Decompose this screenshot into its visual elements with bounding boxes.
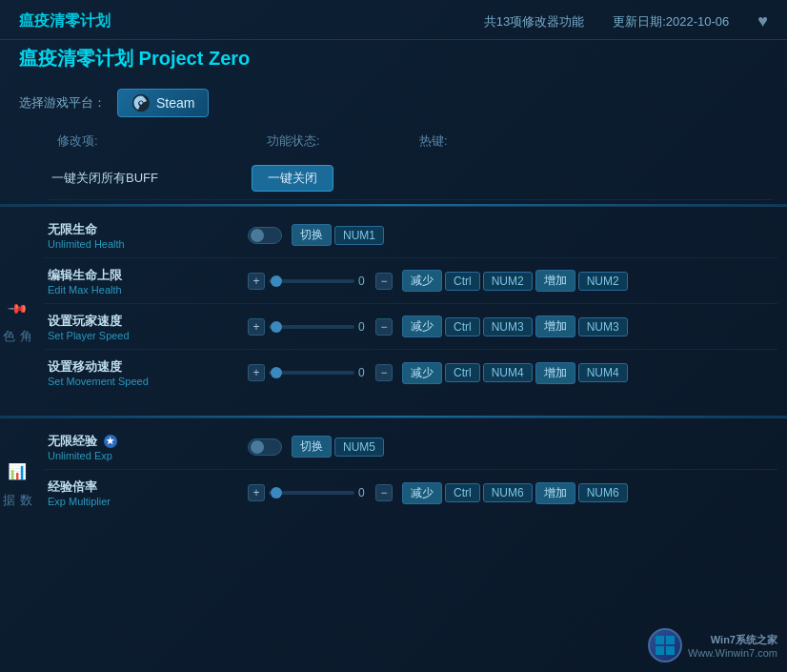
- section-character-content: 无限生命 Unlimited Health 切换 NUM1 编辑生命上限: [34, 207, 787, 401]
- hotkey-decrease-ms[interactable]: 减少: [402, 362, 442, 384]
- hotkey-group-unlimited-health: 切换 NUM1: [292, 224, 384, 246]
- feature-control-edit-max-health: + 0 − 减少 Ctrl NUM2 增加 NUM2: [248, 270, 774, 292]
- feature-control-movement-speed: + 0 − 减少 Ctrl NUM4 增加 NUM4: [248, 362, 774, 384]
- section-pin-character: 📌 角色: [0, 207, 34, 416]
- feature-name-player-speed: 设置玩家速度 Set Player Speed: [48, 313, 248, 341]
- slider-minus-btn-em[interactable]: −: [375, 484, 393, 501]
- platform-section: 选择游戏平台： Steam: [0, 81, 787, 129]
- svg-rect-4: [666, 636, 675, 644]
- slider-group-player-speed: + 0 −: [248, 318, 393, 336]
- feature-row-exp-multiplier: 经验倍率 Exp Multiplier + 0 − 减少 Ctrl: [44, 470, 777, 516]
- steam-button[interactable]: Steam: [117, 89, 209, 117]
- hotkey-ctrl-em[interactable]: Ctrl: [445, 483, 480, 502]
- feature-row-unlimited-exp: 无限经验 ★ Unlimited Exp 切换 NUM5: [44, 424, 777, 470]
- hotkey-ctrl-ms[interactable]: Ctrl: [445, 363, 480, 382]
- col-hotkey: 热键:: [419, 132, 768, 150]
- features-count: 共13项修改器功能: [484, 13, 584, 31]
- section-data: 📊 数据 无限经验 ★ Unlimited Exp 切: [0, 417, 787, 532]
- slider-plus-btn-em[interactable]: +: [248, 484, 265, 501]
- hotkey-num6-inc[interactable]: NUM6: [578, 483, 628, 502]
- slider-minus-btn[interactable]: −: [375, 273, 393, 290]
- toggle-unlimited-exp[interactable]: [248, 438, 282, 456]
- sub-header: 瘟疫清零计划 Project Zero: [0, 40, 787, 81]
- header: 瘟疫清零计划 共13项修改器功能 更新日期:2022-10-06 ♥: [0, 0, 787, 40]
- win-logo-icon: [654, 634, 676, 657]
- feature-name-edit-max-health: 编辑生命上限 Edit Max Health: [48, 267, 248, 295]
- svg-point-2: [139, 101, 142, 104]
- slider-minus-btn-ps[interactable]: −: [375, 318, 393, 336]
- slider-thumb: [271, 275, 282, 287]
- hotkey-num1-btn[interactable]: NUM1: [334, 226, 384, 245]
- watermark: Win7系统之家 Www.Winwin7.com: [648, 628, 777, 662]
- hotkey-increase-ps[interactable]: 增加: [535, 316, 575, 337]
- hotkey-ctrl-btn[interactable]: Ctrl: [445, 272, 480, 291]
- feature-row-movement-speed: 设置移动速度 Set Movement Speed + 0 − 减少 Ctr: [44, 350, 777, 396]
- slider-minus-btn-ms[interactable]: −: [375, 364, 393, 381]
- col-modify: 修改项:: [57, 132, 267, 150]
- slider-plus-btn-ps[interactable]: +: [248, 318, 265, 336]
- slider-thumb-em: [271, 487, 282, 499]
- toggle-knob: [251, 229, 264, 242]
- hotkey-num2-inc-btn[interactable]: NUM2: [578, 272, 628, 291]
- hotkey-num3-dec[interactable]: NUM3: [483, 317, 533, 336]
- hotkey-num3-inc[interactable]: NUM3: [578, 317, 628, 336]
- bar-chart-icon: 📊: [8, 462, 27, 480]
- slider-group-exp-multiplier: + 0 −: [248, 484, 393, 501]
- hotkey-num6-dec[interactable]: NUM6: [483, 483, 533, 502]
- slider-value-ps: 0: [358, 320, 372, 334]
- feature-control-unlimited-exp: 切换 NUM5: [248, 436, 774, 458]
- section-label-character: 角色: [0, 319, 34, 323]
- steam-logo-icon: [131, 93, 151, 112]
- toggle-unlimited-health[interactable]: [248, 227, 282, 244]
- hotkey-increase-ms[interactable]: 增加: [535, 362, 575, 384]
- hotkey-increase-em[interactable]: 增加: [535, 482, 575, 504]
- feature-name-unlimited-health: 无限生命 Unlimited Health: [48, 221, 248, 250]
- hotkey-group-player-speed: 减少 Ctrl NUM3 增加 NUM3: [402, 316, 628, 337]
- section-data-content: 无限经验 ★ Unlimited Exp 切换 NUM5: [34, 418, 787, 521]
- hotkey-decrease-em[interactable]: 减少: [402, 482, 442, 504]
- hotkey-toggle-btn[interactable]: 切换: [292, 224, 332, 246]
- toggle-knob-exp: [251, 440, 264, 454]
- platform-label: 选择游戏平台：: [19, 94, 106, 112]
- one-close-button[interactable]: 一键关闭: [252, 165, 333, 192]
- one-close-section: 一键关闭所有BUFF 一键关闭: [34, 153, 787, 204]
- slider-plus-btn-ms[interactable]: +: [248, 364, 265, 381]
- main-container: 瘟疫清零计划 共13项修改器功能 更新日期:2022-10-06 ♥ 瘟疫清零计…: [0, 0, 787, 672]
- feature-control-player-speed: + 0 − 减少 Ctrl NUM3 增加 NUM3: [248, 316, 774, 337]
- watermark-url: Www.Winwin7.com: [688, 647, 777, 659]
- section-character: 📌 角色 无限生命 Unlimited Health 切换 NUM1: [0, 206, 787, 416]
- hotkey-increase-btn[interactable]: 增加: [535, 270, 575, 292]
- slider-track-ms[interactable]: [269, 371, 354, 375]
- update-date: 更新日期:2022-10-06: [613, 13, 729, 31]
- section-label-data: 数据: [0, 484, 34, 488]
- feature-control-exp-multiplier: + 0 − 减少 Ctrl NUM6 增加 NUM6: [248, 482, 774, 504]
- feature-name-unlimited-exp: 无限经验 ★ Unlimited Exp: [48, 433, 248, 461]
- watermark-logo: [648, 628, 682, 662]
- heart-icon[interactable]: ♥: [757, 11, 768, 31]
- slider-plus-btn[interactable]: +: [248, 273, 265, 290]
- hotkey-group-exp-multiplier: 减少 Ctrl NUM6 增加 NUM6: [402, 482, 628, 504]
- slider-track-ps[interactable]: [269, 325, 354, 329]
- hotkey-num4-inc[interactable]: NUM4: [578, 363, 628, 382]
- hotkey-toggle-exp-btn[interactable]: 切换: [292, 436, 332, 458]
- one-close-name: 一键关闭所有BUFF: [51, 170, 252, 187]
- one-close-row: 一键关闭所有BUFF 一键关闭: [48, 157, 774, 200]
- hotkey-num4-dec[interactable]: NUM4: [483, 363, 533, 382]
- hotkey-ctrl-ps[interactable]: Ctrl: [445, 317, 480, 336]
- slider-group-edit-max-health: + 0 −: [248, 273, 393, 290]
- feature-name-movement-speed: 设置移动速度 Set Movement Speed: [48, 358, 248, 387]
- slider-track-em[interactable]: [269, 491, 354, 495]
- slider-thumb-ps: [271, 321, 282, 333]
- slider-track[interactable]: [269, 279, 354, 283]
- hotkey-decrease-btn[interactable]: 减少: [402, 270, 442, 292]
- feature-control-unlimited-health: 切换 NUM1: [248, 224, 774, 246]
- feature-row-edit-max-health: 编辑生命上限 Edit Max Health + 0 − 减少 Ctrl: [44, 258, 777, 304]
- hotkey-num2-dec-btn[interactable]: NUM2: [483, 272, 533, 291]
- hotkey-decrease-ps[interactable]: 减少: [402, 316, 442, 337]
- feature-row-unlimited-health: 无限生命 Unlimited Health 切换 NUM1: [44, 213, 777, 258]
- sub-title: 瘟疫清零计划 Project Zero: [19, 46, 768, 71]
- hotkey-num5-btn[interactable]: NUM5: [334, 438, 384, 457]
- slider-value: 0: [358, 275, 372, 288]
- section-pin-data: 📊 数据: [0, 418, 34, 532]
- svg-rect-5: [656, 646, 664, 655]
